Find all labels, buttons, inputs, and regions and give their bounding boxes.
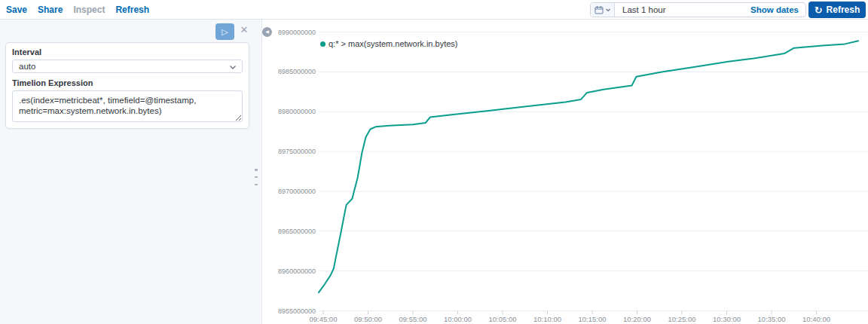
chevron-left-icon: ◀ [265,29,269,34]
editor-card: Interval auto Timelion Expression .es(in… [5,42,249,129]
x-axis-label: 10:05:00 [489,315,517,323]
super-date-picker: Last 1 hour Show dates [590,2,806,17]
y-axis-label: 8975000000 [278,148,316,155]
y-axis-label: 8985000000 [278,68,316,75]
show-dates-button[interactable]: Show dates [750,5,805,14]
y-axis-label: 8960000000 [278,267,316,275]
play-icon: ▷ [222,27,228,37]
refresh-button-label: Refresh [827,5,860,15]
x-axis-label: 09:55:00 [399,315,426,323]
date-range-value[interactable]: Last 1 hour [615,5,666,14]
x-axis-label: 09:45:00 [309,315,337,323]
play-button[interactable]: ▷ [215,23,234,40]
y-axis-label: 8970000000 [278,188,316,195]
main-content: ▷ ✕ Interval auto Timelion Expression .e… [0,20,868,324]
timelion-editor-panel: ▷ ✕ Interval auto Timelion Expression .e… [0,20,261,324]
x-axis-label: 10:40:00 [802,315,830,323]
top-bar: Save Share Inspect Refresh Last 1 hour S… [0,0,868,20]
legend-series-label: q:* > max(system.network.in.bytes) [329,39,457,48]
x-axis-label: 09:50:00 [354,315,382,323]
interval-select[interactable]: auto [12,60,243,73]
legend-series-dot [320,41,326,47]
x-axis-label: 10:10:00 [533,315,561,323]
close-editor-button[interactable]: ✕ [238,24,250,36]
expression-label: Timelion Expression [12,78,243,87]
x-axis-label: 10:15:00 [579,315,607,323]
chevron-down-icon [605,7,611,13]
x-axis-label: 10:35:00 [758,315,786,323]
chevron-down-icon [229,65,237,70]
refresh-button[interactable]: ↻ Refresh [808,2,866,18]
refresh-icon: ↻ [815,5,823,15]
chart-pane: ◀ q:* > max(system.network.in.bytes) 895… [261,20,868,324]
x-axis-label: 10:25:00 [668,315,696,323]
inspect-button[interactable]: Inspect [73,5,105,15]
refresh-nav-button[interactable]: Refresh [115,5,149,15]
panel-resizer-handle[interactable] [253,169,259,185]
timelion-expression-input[interactable]: .es(index=metricbeat*, timefield=@timest… [12,90,243,122]
y-axis-label: 8955000000 [278,307,316,315]
y-axis-label: 8980000000 [278,108,316,115]
share-button[interactable]: Share [38,5,63,15]
interval-value: auto [19,62,35,71]
timelion-chart[interactable]: 8955000000896000000089650000008970000000… [262,20,868,324]
collapse-editor-button[interactable]: ◀ [262,27,272,37]
interval-label: Interval [12,47,243,57]
x-axis-label: 10:00:00 [444,315,472,323]
x-axis-label: 10:20:00 [623,315,651,323]
calendar-icon [594,5,604,14]
close-icon: ✕ [240,24,249,35]
save-button[interactable]: Save [6,5,27,15]
chart-legend[interactable]: q:* > max(system.network.in.bytes) [320,39,457,48]
date-quick-select-button[interactable] [591,3,615,17]
series-line [319,41,858,292]
y-axis-label: 8965000000 [278,228,316,235]
x-axis-label: 10:30:00 [713,315,741,323]
y-axis-label: 8990000000 [278,29,316,36]
